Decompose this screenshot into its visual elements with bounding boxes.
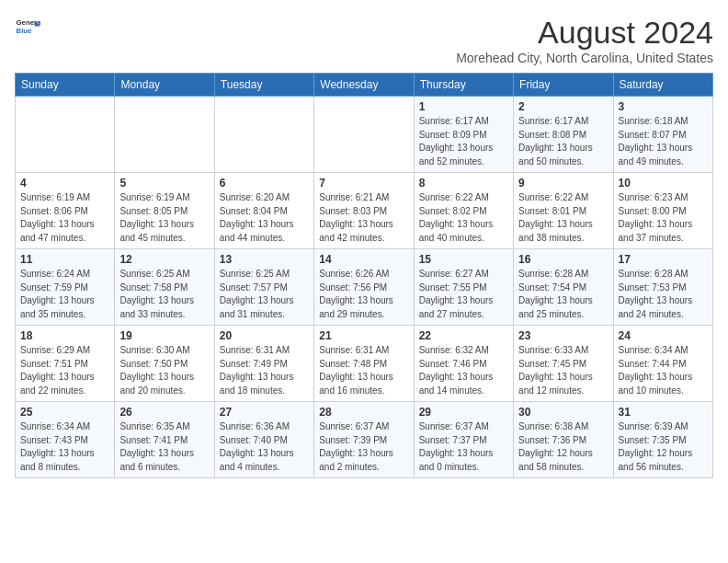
header-tuesday: Tuesday — [214, 74, 313, 97]
calendar-cell: 10Sunrise: 6:23 AM Sunset: 8:00 PM Dayli… — [613, 173, 712, 249]
calendar-cell: 13Sunrise: 6:25 AM Sunset: 7:57 PM Dayli… — [214, 249, 313, 326]
day-info: Sunrise: 6:25 AM Sunset: 7:57 PM Dayligh… — [220, 268, 309, 321]
calendar-cell: 23Sunrise: 6:33 AM Sunset: 7:45 PM Dayli… — [514, 326, 613, 402]
day-number: 27 — [220, 406, 309, 419]
day-info: Sunrise: 6:21 AM Sunset: 8:03 PM Dayligh… — [319, 191, 408, 245]
calendar-week-1: 1Sunrise: 6:17 AM Sunset: 8:09 PM Daylig… — [16, 97, 713, 173]
day-info: Sunrise: 6:31 AM Sunset: 7:49 PM Dayligh… — [220, 344, 309, 397]
calendar-cell: 14Sunrise: 6:26 AM Sunset: 7:56 PM Dayli… — [314, 249, 414, 326]
day-number: 15 — [419, 253, 508, 266]
header-thursday: Thursday — [414, 74, 513, 97]
page-title: August 2024 — [456, 15, 713, 51]
logo: General Blue — [15, 15, 40, 40]
day-number: 10 — [619, 177, 708, 190]
day-info: Sunrise: 6:18 AM Sunset: 8:07 PM Dayligh… — [619, 115, 708, 168]
calendar-cell: 22Sunrise: 6:32 AM Sunset: 7:46 PM Dayli… — [414, 326, 513, 402]
calendar-cell: 26Sunrise: 6:35 AM Sunset: 7:41 PM Dayli… — [115, 402, 214, 478]
day-info: Sunrise: 6:37 AM Sunset: 7:39 PM Dayligh… — [319, 420, 408, 474]
calendar-week-5: 25Sunrise: 6:34 AM Sunset: 7:43 PM Dayli… — [16, 402, 713, 478]
day-info: Sunrise: 6:22 AM Sunset: 8:01 PM Dayligh… — [518, 191, 608, 245]
calendar-header-row: SundayMondayTuesdayWednesdayThursdayFrid… — [16, 74, 713, 97]
day-info: Sunrise: 6:35 AM Sunset: 7:41 PM Dayligh… — [119, 420, 209, 474]
day-info: Sunrise: 6:31 AM Sunset: 7:48 PM Dayligh… — [319, 344, 408, 397]
calendar-cell: 6Sunrise: 6:20 AM Sunset: 8:04 PM Daylig… — [214, 173, 313, 249]
day-info: Sunrise: 6:19 AM Sunset: 8:06 PM Dayligh… — [20, 191, 109, 245]
logo-icon: General Blue — [15, 15, 40, 40]
day-number: 25 — [20, 406, 109, 419]
day-number: 17 — [619, 253, 708, 266]
calendar-cell: 9Sunrise: 6:22 AM Sunset: 8:01 PM Daylig… — [514, 173, 613, 249]
day-number: 14 — [319, 253, 408, 266]
header: General Blue August 2024 Morehead City, … — [15, 15, 713, 65]
day-info: Sunrise: 6:23 AM Sunset: 8:00 PM Dayligh… — [619, 191, 708, 245]
day-info: Sunrise: 6:34 AM Sunset: 7:44 PM Dayligh… — [619, 344, 708, 397]
calendar-cell — [16, 97, 115, 173]
calendar-cell: 15Sunrise: 6:27 AM Sunset: 7:55 PM Dayli… — [414, 249, 513, 326]
day-number: 31 — [619, 406, 708, 419]
calendar-cell — [115, 97, 214, 173]
day-number: 23 — [518, 329, 608, 342]
day-number: 11 — [20, 253, 109, 266]
day-number: 26 — [119, 406, 209, 419]
calendar-cell: 20Sunrise: 6:31 AM Sunset: 7:49 PM Dayli… — [214, 326, 313, 402]
calendar-cell: 18Sunrise: 6:29 AM Sunset: 7:51 PM Dayli… — [16, 326, 115, 402]
calendar-cell: 30Sunrise: 6:38 AM Sunset: 7:36 PM Dayli… — [514, 402, 613, 478]
day-number: 12 — [119, 253, 209, 266]
calendar-week-2: 4Sunrise: 6:19 AM Sunset: 8:06 PM Daylig… — [16, 173, 713, 249]
day-info: Sunrise: 6:17 AM Sunset: 8:09 PM Dayligh… — [419, 115, 508, 168]
day-info: Sunrise: 6:25 AM Sunset: 7:58 PM Dayligh… — [119, 268, 209, 321]
calendar-cell: 11Sunrise: 6:24 AM Sunset: 7:59 PM Dayli… — [16, 249, 115, 326]
calendar-cell: 29Sunrise: 6:37 AM Sunset: 7:37 PM Dayli… — [414, 402, 513, 478]
day-info: Sunrise: 6:17 AM Sunset: 8:08 PM Dayligh… — [518, 115, 608, 168]
day-info: Sunrise: 6:30 AM Sunset: 7:50 PM Dayligh… — [119, 344, 209, 397]
page-subtitle: Morehead City, North Carolina, United St… — [456, 51, 713, 65]
day-info: Sunrise: 6:32 AM Sunset: 7:46 PM Dayligh… — [419, 344, 508, 397]
calendar-cell: 27Sunrise: 6:36 AM Sunset: 7:40 PM Dayli… — [214, 402, 313, 478]
day-info: Sunrise: 6:28 AM Sunset: 7:54 PM Dayligh… — [518, 268, 608, 321]
day-info: Sunrise: 6:36 AM Sunset: 7:40 PM Dayligh… — [220, 420, 309, 474]
calendar-cell: 21Sunrise: 6:31 AM Sunset: 7:48 PM Dayli… — [314, 326, 414, 402]
day-number: 29 — [419, 406, 508, 419]
day-number: 21 — [319, 329, 408, 342]
day-info: Sunrise: 6:33 AM Sunset: 7:45 PM Dayligh… — [518, 344, 608, 397]
title-area: August 2024 Morehead City, North Carolin… — [456, 15, 713, 65]
day-info: Sunrise: 6:26 AM Sunset: 7:56 PM Dayligh… — [319, 268, 408, 321]
calendar-cell: 17Sunrise: 6:28 AM Sunset: 7:53 PM Dayli… — [613, 249, 712, 326]
day-number: 22 — [419, 329, 508, 342]
calendar-week-3: 11Sunrise: 6:24 AM Sunset: 7:59 PM Dayli… — [16, 249, 713, 326]
day-number: 16 — [518, 253, 608, 266]
day-number: 19 — [119, 329, 209, 342]
day-number: 2 — [518, 100, 608, 113]
day-number: 5 — [119, 177, 209, 190]
header-monday: Monday — [115, 74, 214, 97]
day-number: 3 — [619, 100, 708, 113]
header-saturday: Saturday — [613, 74, 712, 97]
calendar-cell: 31Sunrise: 6:39 AM Sunset: 7:35 PM Dayli… — [613, 402, 712, 478]
day-number: 7 — [319, 177, 408, 190]
day-number: 24 — [619, 329, 708, 342]
day-info: Sunrise: 6:28 AM Sunset: 7:53 PM Dayligh… — [619, 268, 708, 321]
calendar-cell: 7Sunrise: 6:21 AM Sunset: 8:03 PM Daylig… — [314, 173, 414, 249]
day-number: 6 — [220, 177, 309, 190]
header-wednesday: Wednesday — [314, 74, 414, 97]
day-info: Sunrise: 6:20 AM Sunset: 8:04 PM Dayligh… — [220, 191, 309, 245]
day-number: 9 — [518, 177, 608, 190]
calendar-cell: 25Sunrise: 6:34 AM Sunset: 7:43 PM Dayli… — [16, 402, 115, 478]
calendar-cell — [214, 97, 313, 173]
day-number: 30 — [518, 406, 608, 419]
calendar-cell: 8Sunrise: 6:22 AM Sunset: 8:02 PM Daylig… — [414, 173, 513, 249]
calendar-cell — [314, 97, 414, 173]
calendar-cell: 4Sunrise: 6:19 AM Sunset: 8:06 PM Daylig… — [16, 173, 115, 249]
day-info: Sunrise: 6:24 AM Sunset: 7:59 PM Dayligh… — [20, 268, 109, 321]
day-info: Sunrise: 6:38 AM Sunset: 7:36 PM Dayligh… — [518, 420, 608, 474]
calendar-cell: 1Sunrise: 6:17 AM Sunset: 8:09 PM Daylig… — [414, 97, 513, 173]
day-info: Sunrise: 6:19 AM Sunset: 8:05 PM Dayligh… — [119, 191, 209, 245]
day-info: Sunrise: 6:29 AM Sunset: 7:51 PM Dayligh… — [20, 344, 109, 397]
calendar-week-4: 18Sunrise: 6:29 AM Sunset: 7:51 PM Dayli… — [16, 326, 713, 402]
day-info: Sunrise: 6:39 AM Sunset: 7:35 PM Dayligh… — [619, 420, 708, 474]
calendar-cell: 12Sunrise: 6:25 AM Sunset: 7:58 PM Dayli… — [115, 249, 214, 326]
day-number: 4 — [20, 177, 109, 190]
day-number: 20 — [220, 329, 309, 342]
day-number: 28 — [319, 406, 408, 419]
calendar-cell: 19Sunrise: 6:30 AM Sunset: 7:50 PM Dayli… — [115, 326, 214, 402]
